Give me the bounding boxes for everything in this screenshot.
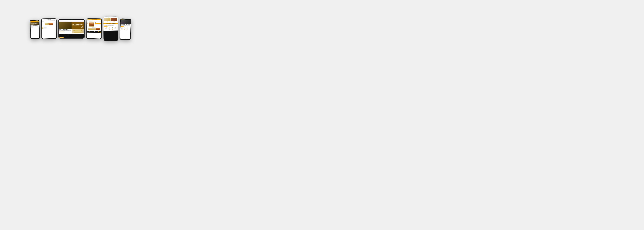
device-tablet-portrait-1: WHAT IS SLURRYTÜB™? SLURRYTÜB™ is a heav… xyxy=(41,18,57,39)
tp2-quantity-input[interactable]: 1 xyxy=(96,23,96,23)
tp2-related-price-1: $48.00 xyxy=(88,30,92,30)
tp2-footer-logo: SLURRYTÜB xyxy=(87,32,89,32)
menu-icon[interactable]: ☰ xyxy=(38,21,38,22)
nav-faqs[interactable]: FAQS xyxy=(72,21,73,21)
pl-light-icon: ✈ xyxy=(124,28,125,29)
tl-cart-icon[interactable]: 🛒 xyxy=(83,21,84,21)
tp2-nav-contact[interactable]: CONTACT US xyxy=(96,20,97,20)
sd-description-area: SLURRYTÜB™ is the cost-effective, enviro… xyxy=(103,24,118,27)
tp2-thumb-3[interactable] xyxy=(87,23,88,24)
svg-rect-9 xyxy=(74,30,81,31)
tp2-related-3: Trade Twin Pack $169.00 xyxy=(96,28,100,30)
what-is-section-mobile: WHAT IS SLURRYTÜB™? SLURRYTÜB™ is a heav… xyxy=(30,25,39,28)
tl-product-image xyxy=(72,29,84,33)
tl-what-body: SLURRYTÜB™ is a heavy-duty plastic tub, … xyxy=(60,30,71,31)
sd-feature-light: ✈ Light & portable xyxy=(108,27,110,29)
pl-fullscreen-icon[interactable]: ⛶ xyxy=(130,23,130,23)
tablet-what-is: WHAT IS SLURRYTÜB™? SLURRYTÜB™ is a heav… xyxy=(42,19,56,23)
tp2-footer-fast-ship: FAST TRACKABLE xyxy=(94,31,95,32)
svg-rect-7 xyxy=(52,23,53,24)
phone-small-screen: Free shipping on all Australian orders o… xyxy=(30,21,39,38)
tl-concreting-heading: CONCRETING, DONE RIGHT xyxy=(60,35,84,36)
nav-shop[interactable]: SHOP xyxy=(70,21,71,21)
pl-main-content: CONCRETING, DONE RIGHT For years you've … xyxy=(120,24,130,31)
sd-light-icon: ✈ xyxy=(109,27,110,28)
sd-feature-env: 🌿 Environmental xyxy=(111,27,114,29)
pl-feature-durable: 💪 High durability xyxy=(126,29,128,31)
pl-durable-label: High durability xyxy=(126,30,128,30)
tp2-tabs: DETAILS SPECIFICATIONS SHIPPING REVIEWS xyxy=(95,24,101,25)
pl-hero-video: ⏸ ⛶ xyxy=(120,20,131,24)
tl-nav-links: SHOP ABOUT FAQS CONTACT US xyxy=(70,21,76,21)
pl-quick-label: Quick & easy to use xyxy=(121,29,123,29)
pl-env-icon: 🌿 xyxy=(126,28,128,29)
tp2-product-thumbnails xyxy=(87,22,88,27)
svg-rect-6 xyxy=(49,23,50,24)
tp2-add-to-cart-btn[interactable]: ADD TO CART xyxy=(95,23,101,24)
nav-about[interactable]: ABOUT xyxy=(71,21,72,21)
tl-tub-svg xyxy=(72,29,84,33)
phone-notch xyxy=(34,20,35,20)
pl-progress-fill xyxy=(122,23,124,23)
sd-env-icon: 🌿 xyxy=(112,27,113,28)
what-is-body: SLURRYTÜB™ is a heavy-duty plastic tub, … xyxy=(31,26,38,28)
sd-products-row: Filter Pack (6) $48.00 SLURRYTÜB™ Starte… xyxy=(104,18,118,22)
sd-env-label: Environmental xyxy=(111,28,114,29)
search-icon[interactable]: 🔍 xyxy=(36,21,37,22)
nav-contact[interactable]: CONTACT US xyxy=(74,21,76,21)
tp2-thumb-1[interactable] xyxy=(87,22,88,22)
tp2-product-area: SLURRYTÜB™ STARTER KIT $99.00 Quantity 1… xyxy=(87,21,101,27)
tp2-thumb-2[interactable] xyxy=(87,22,88,23)
svg-rect-13 xyxy=(89,23,94,24)
brand-logo-mobile: SLURRYTÜB xyxy=(31,22,34,22)
tp2-cart-icon[interactable]: 🛒 xyxy=(100,20,101,20)
pl-pause-btn[interactable]: ⏸ xyxy=(121,23,122,23)
sd-shop-range-btn[interactable]: SHOP THE RANGE xyxy=(104,26,108,26)
sd-prod-img-1[interactable] xyxy=(104,18,110,21)
sd-features-icons: ⚡ Quick & easy to use ✈ Light & portable… xyxy=(103,27,118,31)
tp2-social-links xyxy=(100,32,101,33)
pl-indoor-icon: 🏠 xyxy=(124,29,125,30)
pl-feature-quick: ⚡ Quick & easy to use xyxy=(121,27,123,29)
sd-tech-icon: ⚙ xyxy=(115,27,116,28)
svg-rect-5 xyxy=(49,23,53,24)
tp-what-heading: WHAT IS SLURRYTÜB™? xyxy=(42,19,55,20)
phone-large-screen: ⏸ ⛶ CONCRETING, DONE RIGHT For years you… xyxy=(120,20,131,39)
tp2-nav-about[interactable]: ABOUT xyxy=(94,20,95,20)
tp2-related-1: Filter Pack (6) $48.00 xyxy=(88,28,92,30)
tablet-notch-2 xyxy=(94,19,95,19)
sd-dot-3[interactable] xyxy=(111,22,111,22)
tp2-bottom-bar: SLURRYTÜB xyxy=(87,32,101,33)
tp-feature-3: 3 Drain plug with threaded standard 3/4"… xyxy=(42,28,56,29)
tl-shop-range-btn[interactable]: SHOP THE RANGE xyxy=(60,32,64,32)
sd-tagline-text: MAKE SITE CLEAN UP EASIER & MORE PROFESS… xyxy=(104,23,118,24)
tp2-footer-icon-1 xyxy=(89,31,90,31)
pl-progress-track xyxy=(122,23,130,23)
desktop-screen: FEATURED PRODUCTS Filter Pack (6) $48.00… xyxy=(103,16,118,31)
tablet-portrait-2-screen: Free shipping on all Australian orders o… xyxy=(87,19,101,39)
tp2-related-img-1[interactable] xyxy=(88,28,92,30)
tp2-related-img-3[interactable] xyxy=(96,28,100,30)
tp2-main-product-image xyxy=(88,22,94,27)
sd-prod-img-2[interactable] xyxy=(111,18,117,21)
tp2-nav-shop[interactable]: SHOP xyxy=(94,20,94,20)
tp2-nav-faqs[interactable]: FAQS xyxy=(95,20,96,20)
pl-env-label: Environmental xyxy=(126,29,128,29)
device-phone-small: Free shipping on all Australian orders o… xyxy=(30,20,40,39)
tl-search-icon[interactable]: 🔍 xyxy=(82,21,83,21)
sd-dot-2[interactable] xyxy=(110,22,111,22)
sd-indoor-label: Indoor & outdoor use xyxy=(108,30,110,30)
pl-shop-btn[interactable]: SHOP THE RANGE xyxy=(121,26,124,27)
cart-icon[interactable]: 🛒 xyxy=(37,21,38,22)
sd-prod-price-1: $48.00 xyxy=(104,21,110,22)
sd-dot-1[interactable] xyxy=(110,22,110,22)
sd-durable-icon: 💪 xyxy=(112,29,113,30)
tp2-social-ig[interactable] xyxy=(100,32,101,33)
tp2-social-fb[interactable] xyxy=(100,32,100,33)
tp2-related-img-2[interactable] xyxy=(92,28,96,30)
tp2-search-icon[interactable]: 🔍 xyxy=(100,20,100,20)
tp2-footer-icon-3 xyxy=(98,31,99,32)
tl-concreting-cta-btn[interactable]: SHOP THE RANGE xyxy=(60,37,64,38)
sd-prod-name-2: SLURRYTÜB™ Starter Kit xyxy=(111,21,117,21)
sd-description-text: SLURRYTÜB™ is the cost-effective, enviro… xyxy=(104,24,118,26)
